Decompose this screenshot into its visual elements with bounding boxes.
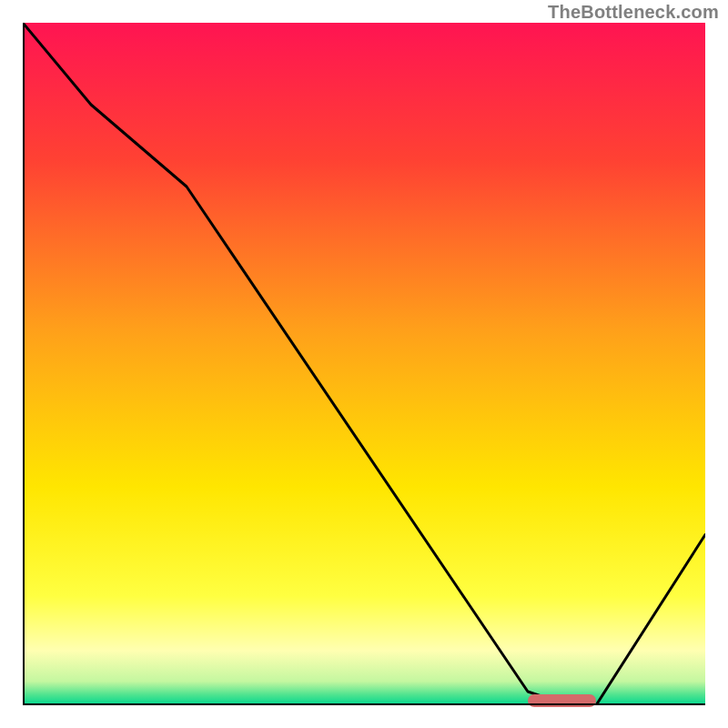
optimal-range-marker xyxy=(528,694,596,707)
curve-layer xyxy=(23,23,705,705)
plot-area xyxy=(23,23,705,705)
watermark-text: TheBottleneck.com xyxy=(548,2,719,23)
bottleneck-curve xyxy=(23,23,705,705)
chart-container: TheBottleneck.com xyxy=(0,0,728,728)
